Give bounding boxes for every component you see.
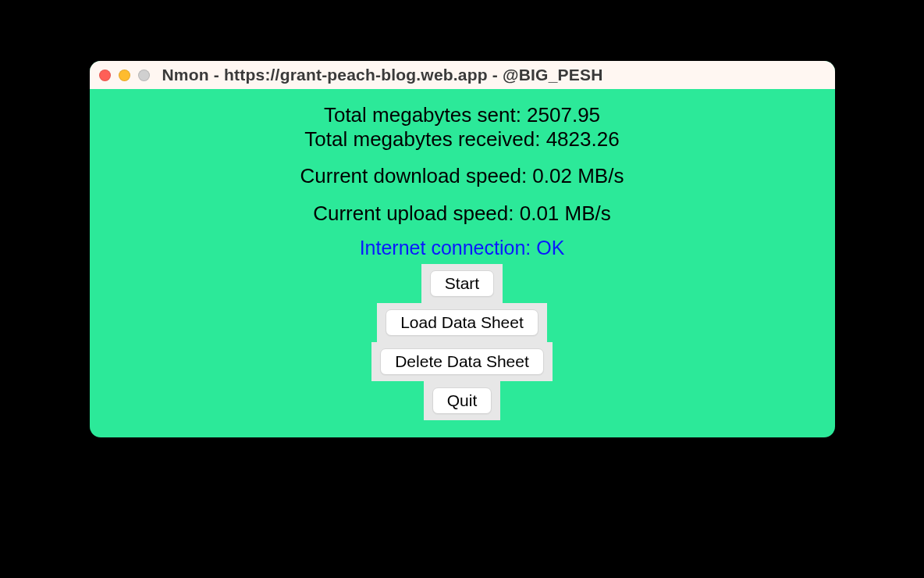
minimize-icon[interactable] bbox=[119, 70, 130, 81]
stat-download: Current download speed: 0.02 MB/s bbox=[300, 164, 624, 188]
app-window: Nmon - https://grant-peach-blog.web.app … bbox=[90, 61, 835, 437]
stat-upload: Current upload speed: 0.01 MB/s bbox=[313, 202, 611, 226]
maximize-icon bbox=[138, 70, 150, 81]
load-data-sheet-button[interactable]: Load Data Sheet bbox=[386, 309, 538, 336]
content-area: Total megabytes sent: 2507.95 Total mega… bbox=[90, 89, 835, 437]
titlebar: Nmon - https://grant-peach-blog.web.app … bbox=[90, 61, 835, 89]
window-title: Nmon - https://grant-peach-blog.web.app … bbox=[162, 66, 603, 84]
close-icon[interactable] bbox=[99, 70, 111, 81]
button-container: Load Data Sheet bbox=[377, 303, 547, 342]
stat-sent: Total megabytes sent: 2507.95 bbox=[324, 103, 600, 127]
traffic-lights bbox=[99, 70, 150, 81]
button-container: Quit bbox=[424, 381, 501, 420]
button-container: Start bbox=[421, 264, 503, 303]
start-button[interactable]: Start bbox=[430, 270, 494, 297]
button-container: Delete Data Sheet bbox=[371, 342, 553, 381]
stat-received: Total megabytes received: 4823.26 bbox=[304, 127, 619, 152]
connection-status: Internet connection: OK bbox=[360, 237, 565, 259]
quit-button[interactable]: Quit bbox=[432, 387, 492, 414]
delete-data-sheet-button[interactable]: Delete Data Sheet bbox=[380, 348, 544, 375]
button-group: Start Load Data Sheet Delete Data Sheet … bbox=[371, 264, 553, 420]
